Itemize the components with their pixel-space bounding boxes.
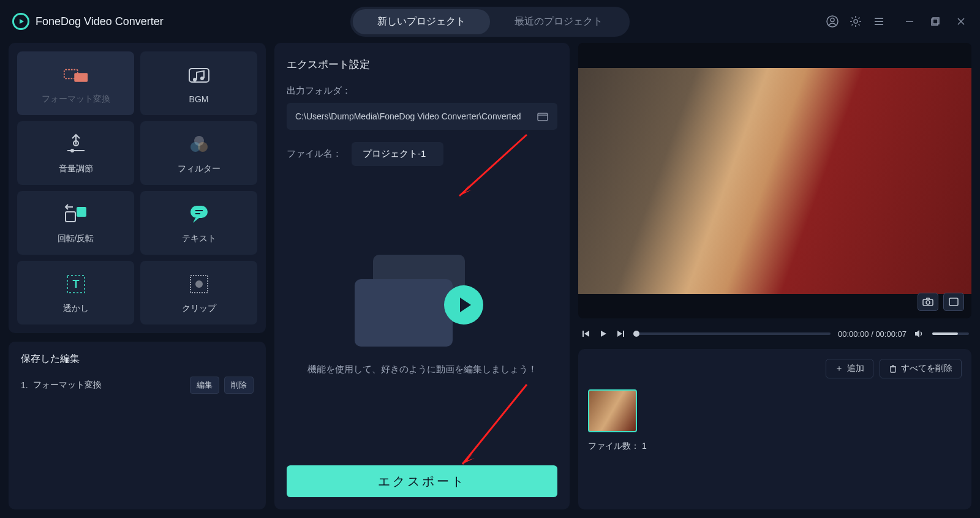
svg-marker-42 bbox=[617, 331, 622, 337]
saved-index: 1. bbox=[21, 380, 28, 390]
svg-point-37 bbox=[926, 301, 930, 304]
tool-filter[interactable]: フィルター bbox=[140, 121, 257, 185]
edit-saved-button[interactable]: 編集 bbox=[190, 377, 219, 394]
app-title: FoneDog Video Converter bbox=[36, 15, 164, 28]
svg-rect-13 bbox=[189, 69, 209, 82]
volume-slider[interactable] bbox=[932, 332, 969, 335]
tool-label: 回転/反転 bbox=[58, 233, 94, 244]
svg-rect-31 bbox=[538, 113, 548, 121]
svg-marker-44 bbox=[915, 330, 919, 337]
files-panel: ＋追加 すべてを削除 ファイル数： 1 bbox=[578, 349, 971, 509]
right-column: 00:00:00 / 00:00:07 ＋追加 すべてを削除 ファイル数： 1 bbox=[578, 43, 971, 509]
filename-input[interactable]: プロジェクト-1 bbox=[352, 142, 443, 166]
watermark-icon: T bbox=[63, 271, 89, 297]
svg-rect-22 bbox=[66, 212, 75, 222]
tool-bgm[interactable]: BGM bbox=[140, 51, 257, 115]
tool-rotate[interactable]: 回転/反転 bbox=[17, 191, 134, 255]
edit-hint-text: 機能を使用して、好きのように動画を編集しましょう！ bbox=[307, 361, 537, 377]
snapshot-icon[interactable] bbox=[918, 293, 938, 311]
output-folder-label: 出力フォルダ： bbox=[287, 85, 557, 97]
prev-frame-icon[interactable] bbox=[581, 328, 592, 339]
saved-edit-row: 1. フォーマット変換 編集 削除 bbox=[21, 377, 254, 394]
play-icon[interactable] bbox=[598, 328, 609, 339]
seek-bar[interactable] bbox=[633, 332, 831, 335]
tool-format-convert[interactable]: フォーマット変換 bbox=[17, 51, 134, 115]
bgm-icon bbox=[186, 62, 212, 88]
time-display: 00:00:00 / 00:00:07 bbox=[838, 329, 907, 339]
clip-icon bbox=[186, 271, 212, 297]
tool-clip[interactable]: クリップ bbox=[140, 261, 257, 325]
tool-text[interactable]: テキスト bbox=[140, 191, 257, 255]
saved-edit-name: フォーマット変換 bbox=[33, 380, 185, 391]
titlebar-actions bbox=[826, 15, 968, 28]
tool-label: テキスト bbox=[182, 233, 216, 244]
export-section-title: エクスポート設定 bbox=[287, 58, 557, 72]
tool-label: クリップ bbox=[182, 303, 216, 314]
svg-text:T: T bbox=[72, 278, 79, 290]
video-preview[interactable] bbox=[578, 43, 971, 318]
next-frame-icon[interactable] bbox=[615, 328, 626, 339]
svg-rect-24 bbox=[190, 206, 208, 218]
tool-volume[interactable]: 音量調節 bbox=[17, 121, 134, 185]
titlebar: FoneDog Video Converter 新しいプロジェクト 最近のプロジ… bbox=[0, 0, 980, 43]
svg-rect-43 bbox=[623, 331, 624, 337]
file-thumbnail[interactable] bbox=[588, 389, 637, 432]
app-logo: FoneDog Video Converter bbox=[12, 13, 164, 30]
close-icon[interactable] bbox=[954, 15, 968, 28]
tool-label: 音量調節 bbox=[59, 163, 93, 175]
tab-new-project[interactable]: 新しいプロジェクト bbox=[353, 9, 490, 34]
svg-rect-12 bbox=[74, 73, 88, 82]
filename-label: ファイル名： bbox=[287, 148, 342, 160]
left-column: フォーマット変換 BGM 音量調節 フィルター 回転/反転 bbox=[9, 43, 266, 509]
volume-icon[interactable] bbox=[914, 328, 925, 339]
rotate-icon bbox=[63, 201, 89, 227]
add-file-button[interactable]: ＋追加 bbox=[826, 359, 873, 378]
menu-icon[interactable] bbox=[872, 15, 886, 28]
tool-label: フィルター bbox=[178, 163, 221, 175]
tools-panel: フォーマット変換 BGM 音量調節 フィルター 回転/反転 bbox=[9, 43, 266, 333]
tool-label: 透かし bbox=[63, 303, 89, 314]
export-panel: エクスポート設定 出力フォルダ： C:\Users\DumpMedia\Fone… bbox=[274, 43, 570, 509]
volume-icon bbox=[63, 132, 89, 157]
fullscreen-icon[interactable] bbox=[943, 293, 964, 311]
settings-icon[interactable] bbox=[849, 15, 862, 28]
svg-point-30 bbox=[195, 280, 203, 288]
main-area: フォーマット変換 BGM 音量調節 フィルター 回転/反転 bbox=[0, 43, 980, 518]
tab-recent-projects[interactable]: 最近のプロジェクト bbox=[490, 9, 627, 34]
svg-marker-40 bbox=[584, 331, 589, 337]
text-icon bbox=[186, 201, 212, 227]
format-convert-icon bbox=[63, 62, 89, 88]
account-icon[interactable] bbox=[826, 15, 839, 28]
svg-rect-23 bbox=[77, 207, 86, 217]
filename-row: ファイル名： プロジェクト-1 bbox=[287, 142, 557, 166]
minimize-icon[interactable] bbox=[903, 15, 916, 28]
play-illustration-icon bbox=[444, 285, 483, 325]
svg-point-2 bbox=[854, 20, 858, 23]
maximize-icon[interactable] bbox=[929, 15, 942, 28]
svg-rect-45 bbox=[891, 367, 895, 372]
output-folder-field[interactable]: C:\Users\DumpMedia\FoneDog Video Convert… bbox=[287, 103, 557, 130]
delete-saved-button[interactable]: 削除 bbox=[224, 377, 254, 394]
svg-rect-38 bbox=[949, 298, 958, 306]
logo-icon bbox=[12, 13, 29, 30]
svg-point-21 bbox=[198, 142, 208, 152]
output-folder-value: C:\Users\DumpMedia\FoneDog Video Convert… bbox=[295, 111, 530, 121]
player-controls: 00:00:00 / 00:00:07 bbox=[578, 325, 971, 343]
tool-watermark[interactable]: T 透かし bbox=[17, 261, 134, 325]
svg-point-1 bbox=[831, 18, 834, 22]
file-thumbnails bbox=[588, 389, 962, 432]
saved-edits-panel: 保存した編集 1. フォーマット変換 編集 削除 bbox=[9, 342, 266, 509]
saved-edits-title: 保存した編集 bbox=[21, 353, 254, 366]
svg-marker-41 bbox=[601, 331, 606, 337]
browse-folder-icon[interactable] bbox=[537, 110, 549, 122]
project-tabs: 新しいプロジェクト 最近のプロジェクト bbox=[350, 7, 630, 37]
center-illustration: 機能を使用して、好きのように動画を編集しましょう！ bbox=[287, 166, 557, 465]
file-count: ファイル数： 1 bbox=[588, 441, 962, 452]
preview-frame bbox=[578, 68, 971, 294]
filter-icon bbox=[186, 132, 212, 157]
tool-label: フォーマット変換 bbox=[42, 94, 110, 105]
export-button[interactable]: エクスポート bbox=[287, 465, 557, 497]
delete-all-button[interactable]: すべてを削除 bbox=[880, 359, 962, 378]
tool-label: BGM bbox=[189, 94, 209, 104]
svg-point-18 bbox=[70, 149, 74, 152]
